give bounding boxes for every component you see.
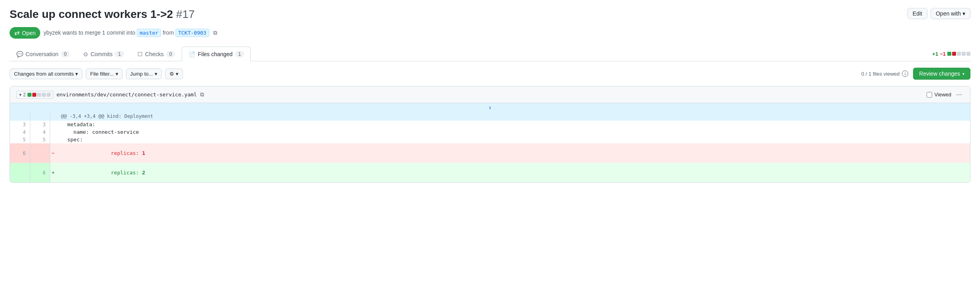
- new-line-num: [30, 143, 50, 163]
- line-sign: [50, 128, 58, 136]
- expand-icon: ↕: [489, 105, 491, 110]
- diff-table: ↕ @@ -3,4 +3,4 @@ kind: Deployment 3 3 m…: [10, 103, 970, 182]
- settings-button[interactable]: ⚙ ▾: [165, 68, 183, 79]
- diff-summary: +1 −1: [932, 48, 970, 60]
- diff-block-green: [27, 93, 31, 97]
- tab-commits[interactable]: ⊙ Commits 1: [77, 47, 131, 61]
- conversation-icon: 💬: [16, 51, 23, 57]
- collapse-button[interactable]: ▾ 2: [16, 91, 53, 99]
- add-value: 2: [142, 170, 145, 176]
- edit-button[interactable]: Edit: [907, 8, 927, 19]
- old-line-num: 5: [10, 136, 30, 143]
- new-line-num: 3: [30, 121, 50, 128]
- files-viewed-counter: 0 / 1 files viewed i: [861, 70, 908, 77]
- table-row: 6 − replicas: 1: [10, 143, 970, 163]
- changes-from-button[interactable]: Changes from all commits ▾: [10, 68, 82, 79]
- viewed-checkbox[interactable]: [927, 92, 932, 98]
- jump-to-button[interactable]: Jump to... ▾: [126, 68, 162, 79]
- diff-block-green: [947, 52, 951, 56]
- base-branch-link[interactable]: master: [137, 29, 161, 37]
- chevron-down-icon: ▾: [155, 71, 157, 77]
- line-content: name: connect-service: [58, 128, 970, 136]
- del-prefix: replicas:: [98, 150, 142, 156]
- diff-file-header: ▾ 2 environments/dev/connect/connect-ser…: [10, 86, 970, 103]
- tab-checks[interactable]: ☐ Checks 0: [131, 47, 182, 61]
- table-row: 6 + replicas: 2: [10, 163, 970, 182]
- table-row: 5 5 spec:: [10, 136, 970, 143]
- new-line-num: 6: [30, 163, 50, 182]
- chevron-down-icon: ▾: [962, 72, 964, 76]
- table-row: 3 3 metadata:: [10, 121, 970, 128]
- diff-file: ▾ 2 environments/dev/connect/connect-ser…: [10, 86, 970, 183]
- old-line-num: 3: [10, 121, 30, 128]
- viewed-label[interactable]: Viewed: [927, 92, 951, 98]
- diff-block-red: [952, 52, 956, 56]
- line-content: spec:: [58, 136, 970, 143]
- diff-blocks: [947, 52, 970, 56]
- copy-path-icon[interactable]: ⧉: [200, 91, 204, 98]
- commits-icon: ⊙: [83, 51, 88, 57]
- head-branch-link[interactable]: TCKT-0903: [175, 29, 209, 37]
- chevron-down-icon: ▾: [176, 71, 179, 77]
- new-line-num: 5: [30, 136, 50, 143]
- hunk-new-num: [30, 112, 50, 121]
- tab-list: 💬 Conversation 0 ⊙ Commits 1 ☐ Checks 0 …: [10, 47, 251, 61]
- diff-block-gray-3: [966, 52, 970, 56]
- merge-icon: ⇄: [14, 29, 20, 37]
- old-line-num: [10, 163, 30, 182]
- line-sign: −: [50, 143, 58, 163]
- more-options-button[interactable]: ···: [954, 90, 964, 100]
- pr-meta: ybyzek wants to merge 1 commit into mast…: [43, 29, 217, 36]
- copy-branch-icon[interactable]: ⧉: [213, 29, 217, 36]
- file-filter-button[interactable]: File filter... ▾: [86, 68, 122, 79]
- old-line-num: 6: [10, 143, 30, 163]
- tab-files-changed[interactable]: 📄 Files changed 1: [182, 47, 251, 61]
- hunk-sign: [50, 112, 58, 121]
- pr-status-badge: ⇄ Open: [10, 27, 40, 39]
- hunk-header-text: @@ -3,4 +3,4 @@ kind: Deployment: [58, 112, 970, 121]
- filter-bar: Changes from all commits ▾ File filter..…: [10, 61, 970, 84]
- diff-block-gray-1: [957, 52, 961, 56]
- info-icon[interactable]: i: [902, 70, 908, 77]
- diff-block-red: [32, 93, 36, 97]
- line-content: replicas: 2: [58, 163, 970, 182]
- chevron-down-icon: ▾: [962, 10, 965, 17]
- file-mini-diff: [27, 93, 51, 97]
- diff-block-gray-3: [47, 93, 51, 97]
- line-sign: +: [50, 163, 58, 182]
- files-changed-icon: 📄: [189, 51, 195, 57]
- table-row: 4 4 name: connect-service: [10, 128, 970, 136]
- chevron-down-icon: ▾: [75, 71, 78, 77]
- add-prefix: replicas:: [98, 170, 142, 176]
- gear-icon: ⚙: [169, 71, 174, 77]
- chevron-down-icon: ▾: [116, 71, 118, 77]
- diff-block-gray-2: [42, 93, 46, 97]
- file-path: environments/dev/connect/connect-service…: [57, 92, 197, 98]
- checks-icon: ☐: [137, 51, 143, 57]
- hunk-header-row: @@ -3,4 +3,4 @@ kind: Deployment: [10, 112, 970, 121]
- tab-conversation[interactable]: 💬 Conversation 0: [10, 47, 77, 61]
- tabs-bar: 💬 Conversation 0 ⊙ Commits 1 ☐ Checks 0 …: [10, 47, 970, 61]
- del-value: 1: [142, 150, 145, 156]
- pr-title: Scale up connect workers 1->2 #17: [10, 8, 195, 21]
- line-sign: [50, 121, 58, 128]
- line-content: metadata:: [58, 121, 970, 128]
- diff-block-gray-1: [37, 93, 41, 97]
- chevron-down-icon: ▾: [19, 92, 22, 98]
- new-line-num: 4: [30, 128, 50, 136]
- expand-row[interactable]: ↕: [10, 103, 970, 112]
- old-line-num: 4: [10, 128, 30, 136]
- diff-block-gray-2: [962, 52, 966, 56]
- hunk-old-num: [10, 112, 30, 121]
- line-content: replicas: 1: [58, 143, 970, 163]
- review-changes-button[interactable]: Review changes ▾: [913, 68, 970, 80]
- line-sign: [50, 136, 58, 143]
- open-with-button[interactable]: Open with ▾: [931, 8, 970, 19]
